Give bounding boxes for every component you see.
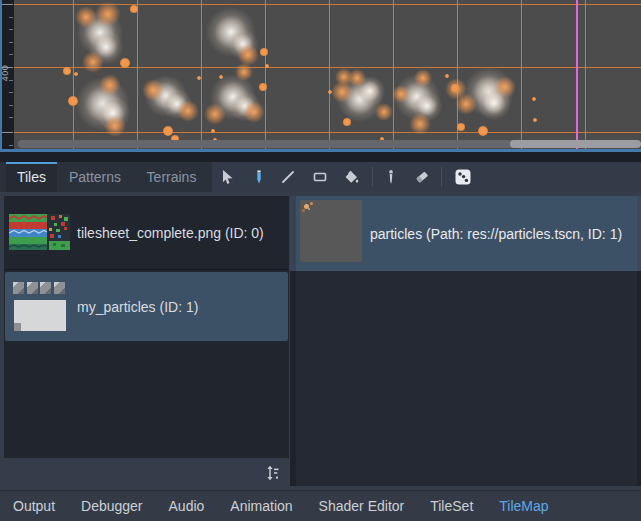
- pencil-icon: [251, 169, 267, 185]
- toolbar-separator: [372, 167, 373, 187]
- tab-terrains[interactable]: Terrains: [133, 162, 210, 192]
- ruler-label: 400: [0, 65, 10, 82]
- atlas-right-scrollbar-thumb[interactable]: [637, 196, 641, 271]
- eyedropper-icon: [383, 169, 399, 185]
- tilemap-bottom-panel: 400 Tiles Patterns Terrains: [0, 0, 641, 521]
- tab-tiles[interactable]: Tiles: [6, 162, 57, 192]
- toolbar-separator: [441, 167, 442, 187]
- source-item-label: my_particles (ID: 1): [77, 299, 198, 315]
- paint-bucket-icon: [344, 169, 360, 185]
- dock-tab-tileset[interactable]: TileSet: [417, 498, 486, 514]
- source-item-tilesheet[interactable]: tilesheet_complete.png (ID: 0): [5, 200, 288, 265]
- editor-bottom-dock-bar: Output Debugger Audio Animation Shader E…: [0, 490, 641, 521]
- dock-tab-audio[interactable]: Audio: [156, 498, 218, 514]
- tilesheet-thumbnail: [9, 214, 70, 250]
- tilemap-canvas-viewport[interactable]: 400: [0, 0, 641, 152]
- atlas-display-panel: particles (Path: res://particles.tscn, I…: [290, 196, 641, 486]
- selection-tool-button[interactable]: [215, 164, 241, 190]
- atlas-right-scrollbar[interactable]: [637, 196, 641, 486]
- dice-icon: [454, 168, 472, 186]
- list-divider: [5, 269, 288, 270]
- atlas-item-particles[interactable]: particles (Path: res://particles.tscn, I…: [296, 196, 637, 271]
- eraser-icon: [414, 169, 430, 185]
- paint-tool-button[interactable]: [246, 164, 272, 190]
- particles-scene-thumbnail: [300, 200, 362, 262]
- rect-tool-button[interactable]: [307, 164, 333, 190]
- dock-tab-debugger[interactable]: Debugger: [68, 498, 156, 514]
- rectangle-icon: [312, 169, 328, 185]
- tile-sources-list: tilesheet_complete.png (ID: 0) my_partic…: [4, 196, 289, 458]
- random-tile-toggle[interactable]: [450, 164, 476, 190]
- line-icon: [280, 169, 296, 185]
- atlas-item-label: particles (Path: res://particles.tscn, I…: [370, 226, 622, 242]
- tilemap-bounds-line: [576, 0, 578, 149]
- dock-tab-output[interactable]: Output: [0, 498, 68, 514]
- source-item-label: tilesheet_complete.png (ID: 0): [77, 225, 264, 241]
- tilemap-canvas[interactable]: [0, 0, 641, 149]
- sort-sources-button[interactable]: [262, 462, 284, 484]
- sort-icon: [265, 465, 281, 481]
- picker-tool-button[interactable]: [378, 164, 404, 190]
- tiles-panel-body: tilesheet_complete.png (ID: 0) my_partic…: [0, 192, 641, 490]
- tileset-editor-toolbar: Tiles Patterns Terrains: [0, 162, 641, 192]
- line-tool-button[interactable]: [275, 164, 301, 190]
- vertical-ruler: 400: [0, 0, 14, 149]
- canvas-h-scrollbar-thumb[interactable]: [510, 140, 641, 148]
- dock-tab-animation[interactable]: Animation: [217, 498, 305, 514]
- dock-tab-tilemap[interactable]: TileMap: [486, 498, 561, 514]
- canvas-h-scrollbar[interactable]: [18, 140, 639, 148]
- eraser-tool-button[interactable]: [409, 164, 435, 190]
- dock-tab-shader-editor[interactable]: Shader Editor: [306, 498, 418, 514]
- scene-collection-thumbnail: [13, 282, 67, 332]
- source-item-my-particles[interactable]: my_particles (ID: 1): [5, 272, 288, 341]
- cursor-icon: [220, 169, 236, 185]
- bucket-fill-tool-button[interactable]: [339, 164, 365, 190]
- panel-separator: [0, 152, 641, 162]
- tab-patterns[interactable]: Patterns: [57, 162, 133, 192]
